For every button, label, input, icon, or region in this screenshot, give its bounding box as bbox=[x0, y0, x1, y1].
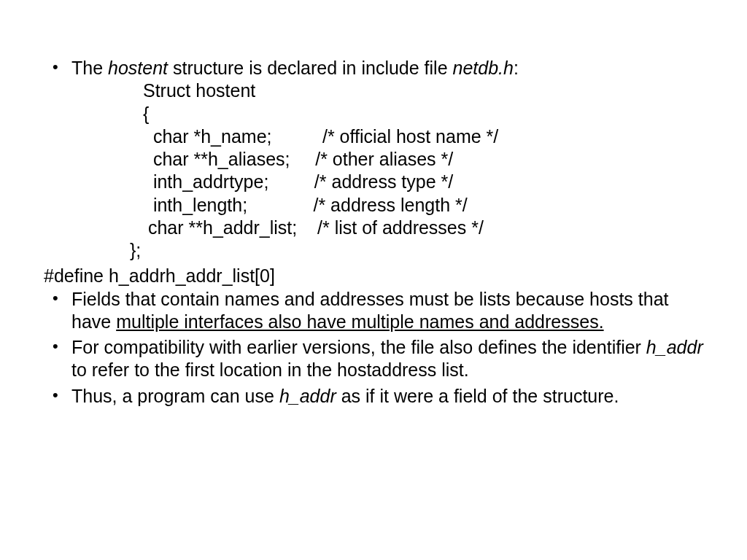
italic-haddr: h_addr bbox=[646, 337, 703, 357]
struct-block: Struct hostent { char *h_name; /* offici… bbox=[71, 79, 703, 239]
struct-line: inth_length; /* address length */ bbox=[143, 194, 703, 217]
text: The bbox=[71, 58, 108, 78]
struct-line: char *h_name; /* official host name */ bbox=[143, 125, 703, 148]
text: Thus, a program can use bbox=[71, 386, 279, 406]
bullet-list: The hostent structure is declared in inc… bbox=[44, 57, 703, 262]
struct-line: char **h_addr_list; /* list of addresses… bbox=[143, 217, 703, 239]
text: structure is declared in include file bbox=[168, 58, 452, 78]
bullet-item-4: Thus, a program can use h_addr as if it … bbox=[44, 385, 703, 408]
define-line: #define h_addrh_addr_list[0] bbox=[44, 265, 703, 287]
text: : bbox=[514, 58, 519, 78]
italic-hostent: hostent bbox=[108, 58, 168, 78]
text: For compatibility with earlier versions,… bbox=[71, 337, 646, 357]
bullet-item-1: The hostent structure is declared in inc… bbox=[44, 57, 703, 262]
struct-line: char **h_aliases; /* other aliases */ bbox=[143, 148, 703, 171]
struct-line: inth_addrtype; /* address type */ bbox=[143, 171, 703, 193]
italic-netdb: netdb.h bbox=[453, 58, 514, 78]
slide-body: The hostent structure is declared in inc… bbox=[0, 0, 747, 560]
bullet-item-3: For compatibility with earlier versions,… bbox=[44, 336, 703, 382]
bullet-item-2: Fields that contain names and addresses … bbox=[44, 288, 703, 334]
struct-line: Struct hostent bbox=[143, 79, 703, 102]
underlined-text: multiple interfaces also have multiple n… bbox=[116, 311, 603, 332]
struct-line: { bbox=[143, 103, 703, 125]
bullet-list-cont: Fields that contain names and addresses … bbox=[44, 288, 703, 408]
struct-close: }; bbox=[71, 239, 703, 262]
italic-haddr: h_addr bbox=[279, 386, 336, 406]
text: to refer to the first location in the ho… bbox=[71, 359, 469, 380]
text: as if it were a field of the structure. bbox=[336, 386, 619, 406]
